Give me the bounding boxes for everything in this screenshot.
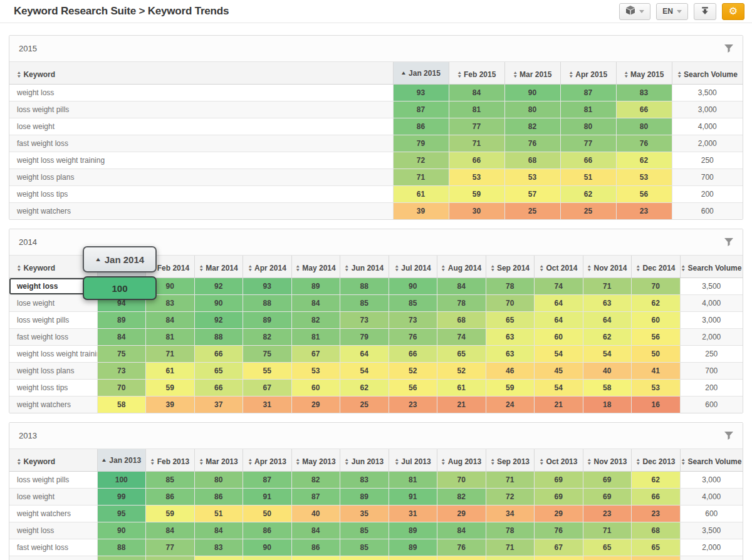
keyword-cell: weight loss plans — [9, 362, 97, 379]
trend-value-cell: 84 — [194, 522, 243, 539]
column-header-month[interactable]: ▲▼May 2014 — [291, 256, 340, 277]
column-header-month[interactable]: ▲Jan 2015 — [393, 62, 449, 84]
trend-value-cell: 45 — [535, 362, 583, 379]
trend-value-cell: 74 — [535, 277, 583, 294]
year-panels: 2015▲▼Keyword▲Jan 2015▲▼Feb 2015▲▼Mar 20… — [0, 23, 752, 560]
trend-value-cell: 53 — [632, 379, 681, 396]
filter-icon[interactable] — [724, 44, 733, 53]
column-header-month[interactable]: ▲▼Feb 2013 — [146, 449, 195, 471]
keyword-cell: fast weight loss — [9, 135, 393, 152]
sort-icon: ▲▼ — [457, 71, 461, 78]
trend-value-cell: 25 — [560, 202, 616, 219]
download-button[interactable] — [694, 3, 716, 20]
column-header-month[interactable]: ▲▼May 2015 — [616, 62, 672, 84]
column-header-month[interactable]: ▲▼Feb 2015 — [449, 62, 504, 84]
year-panel-2014: 2014▲▼Keyword▲Jan 2014▲▼Feb 2014▲▼Mar 20… — [9, 229, 743, 413]
trend-value-cell: 66 — [632, 488, 681, 505]
trend-value-cell: 76 — [535, 522, 583, 539]
column-header-month[interactable]: ▲▼Apr 2015 — [560, 62, 616, 84]
trend-value-cell: 23 — [389, 396, 437, 413]
keyword-cell: weight loss plans — [9, 169, 393, 185]
column-header-month[interactable]: ▲▼Jun 2014 — [340, 256, 389, 277]
trend-value-cell: 16 — [632, 396, 681, 413]
column-header-inner: ▲Jan 2015 — [401, 69, 441, 78]
keyword-cell: weight loss weight training — [9, 345, 97, 362]
trend-value-cell: 80 — [616, 118, 672, 135]
trend-value-cell: 84 — [97, 328, 146, 345]
keyword-cell: weight loss tips — [9, 185, 393, 202]
trend-value-cell: 84 — [449, 84, 504, 101]
magnified-month-header[interactable]: ▲Jan 2014 — [83, 246, 157, 272]
filter-icon[interactable] — [724, 432, 733, 440]
search-volume-cell: 700 — [672, 169, 743, 185]
column-header-month[interactable]: ▲▼Sep 2014 — [486, 256, 535, 277]
trend-value-cell: 76 — [504, 135, 560, 152]
column-header-month[interactable]: ▲▼Mar 2013 — [194, 449, 243, 471]
column-header-month[interactable]: ▲▼Jul 2013 — [389, 449, 437, 471]
trend-value-cell: 68 — [632, 522, 681, 539]
trend-value-cell: 65 — [632, 539, 681, 556]
trend-value-cell: 87 — [291, 488, 340, 505]
trend-value-cell: 54 — [535, 556, 583, 560]
trend-value-cell: 80 — [560, 118, 616, 135]
keyword-cell: fast weight loss — [9, 328, 97, 345]
column-header-month[interactable]: ▲▼Jun 2013 — [340, 449, 389, 471]
trend-value-cell: 54 — [535, 379, 583, 396]
keyword-cell: loss weight pills — [9, 471, 97, 488]
column-header-month[interactable]: ▲▼Oct 2013 — [535, 449, 583, 471]
filter-icon[interactable] — [724, 238, 733, 246]
column-header-search-volume[interactable]: ▲▼Search Volume — [672, 62, 743, 84]
trend-value-cell: 54 — [340, 362, 389, 379]
column-header-month[interactable]: ▲▼Aug 2014 — [437, 256, 486, 277]
chevron-down-icon — [639, 10, 644, 13]
column-header-month[interactable]: ▲▼Apr 2013 — [243, 449, 292, 471]
keyword-cell: weight loss — [9, 84, 393, 101]
column-header-month[interactable]: ▲▼Nov 2013 — [583, 449, 632, 471]
language-button[interactable]: EN — [656, 3, 688, 20]
sort-icon: ▲▼ — [150, 458, 154, 465]
trend-value-cell: 58 — [97, 396, 146, 413]
column-header-month[interactable]: ▲Jan 2013 — [97, 449, 146, 471]
export-format-button[interactable] — [619, 3, 650, 20]
sort-icon: ▲▼ — [296, 264, 300, 271]
column-header-month[interactable]: ▲▼Dec 2014 — [632, 256, 681, 277]
column-header-month[interactable]: ▲▼Jul 2014 — [389, 256, 437, 277]
column-header-month[interactable]: ▲▼Mar 2015 — [504, 62, 560, 84]
search-volume-cell: 3,000 — [680, 471, 743, 488]
trend-value-cell: 60 — [291, 379, 340, 396]
column-header-month[interactable]: ▲▼Oct 2014 — [535, 256, 583, 277]
trend-value-cell: 90 — [243, 539, 292, 556]
column-header-month[interactable]: ▲▼Sep 2013 — [486, 449, 535, 471]
column-header-month[interactable]: ▲▼Mar 2014 — [194, 256, 243, 277]
year-panel-2013: 2013▲▼Keyword▲Jan 2013▲▼Feb 2013▲▼Mar 20… — [9, 422, 743, 560]
sort-icon: ▲▼ — [199, 264, 203, 271]
column-header-keyword[interactable]: ▲▼Keyword — [9, 62, 393, 84]
trend-value-cell: 60 — [535, 328, 583, 345]
column-header-search-volume[interactable]: ▲▼Search Volume — [680, 256, 743, 277]
sort-icon: ▲▼ — [636, 264, 640, 271]
column-header-search-volume[interactable]: ▲▼Search Volume — [680, 449, 743, 471]
sort-icon: ▲▼ — [395, 458, 399, 465]
column-header-keyword[interactable]: ▲▼Keyword — [9, 449, 97, 471]
trend-value-cell: 63 — [486, 345, 535, 362]
trend-value-cell: 46 — [486, 362, 535, 379]
column-header-month[interactable]: ▲▼Dec 2013 — [632, 449, 681, 471]
settings-button[interactable]: ⚙︎ — [722, 3, 744, 20]
trend-value-cell: 40 — [583, 362, 632, 379]
column-header-inner: ▲▼Search Volume — [681, 264, 741, 272]
keyword-cell: lose weight — [9, 488, 97, 505]
search-volume-cell: 3,000 — [680, 311, 743, 328]
trend-value-cell: 72 — [486, 488, 535, 505]
column-header-month[interactable]: ▲▼Nov 2014 — [583, 256, 632, 277]
column-header-month[interactable]: ▲▼Apr 2014 — [243, 256, 292, 277]
trend-value-cell: 85 — [340, 522, 389, 539]
trend-value-cell: 51 — [560, 169, 616, 185]
trend-value-cell: 68 — [437, 311, 486, 328]
column-header-month[interactable]: ▲▼Aug 2013 — [437, 449, 486, 471]
trend-value-cell: 63 — [486, 328, 535, 345]
trend-value-cell: 71 — [146, 345, 195, 362]
trend-value-cell: 78 — [486, 522, 535, 539]
trend-value-cell: 82 — [437, 488, 486, 505]
column-header-month[interactable]: ▲▼May 2013 — [291, 449, 340, 471]
trend-value-cell: 81 — [146, 328, 195, 345]
